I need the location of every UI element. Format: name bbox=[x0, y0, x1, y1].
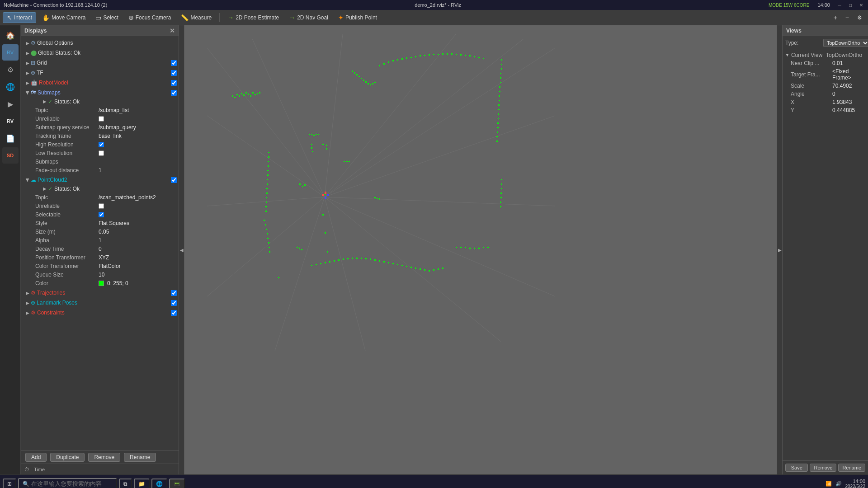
tree-row-global-options[interactable]: ▶ ⚙ Global Options bbox=[21, 38, 179, 47]
views-angle-val[interactable]: 0 bbox=[832, 91, 835, 97]
views-nearclip-val[interactable]: 0.01 bbox=[832, 60, 843, 66]
tree-row-grid[interactable]: ▶ ⊞ Grid bbox=[21, 58, 179, 67]
views-remove-button[interactable]: Remove bbox=[810, 464, 836, 472]
maximize-button[interactable]: □ bbox=[847, 2, 854, 8]
views-save-button[interactable]: Save bbox=[785, 464, 808, 472]
right-collapse-button[interactable]: ▶ bbox=[777, 25, 782, 474]
pc2-unreliable-checkbox[interactable] bbox=[99, 203, 104, 209]
views-scale-val[interactable]: 70.4902 bbox=[832, 83, 852, 89]
map-canvas[interactable] bbox=[184, 25, 777, 474]
start-button[interactable]: ⊞ bbox=[3, 479, 16, 488]
app-icon-rviz2[interactable]: RV bbox=[2, 113, 19, 129]
pc2-queuesize-val[interactable]: 10 bbox=[99, 272, 177, 278]
rename-button[interactable]: Rename bbox=[124, 453, 156, 462]
tree-row-submaps[interactable]: ▶ 🗺 Submaps bbox=[21, 88, 179, 97]
close-button[interactable]: ✕ bbox=[858, 2, 864, 8]
pc2-size-val[interactable]: 0.05 bbox=[99, 229, 177, 235]
views-rename-button[interactable]: Rename bbox=[838, 464, 865, 472]
displays-panel: Displays ✕ ▶ ⚙ Global Options ▶ ⬤ Glob bbox=[21, 25, 179, 474]
tf-arrow[interactable]: ▶ bbox=[24, 70, 31, 75]
constraints-arrow[interactable]: ▶ bbox=[24, 310, 31, 315]
tree-row-pointcloud2[interactable]: ▶ ☁ PointCloud2 bbox=[21, 175, 179, 184]
app-icon-home[interactable]: 🏠 bbox=[2, 27, 19, 43]
duplicate-button[interactable]: Duplicate bbox=[50, 453, 85, 462]
landmark-poses-arrow[interactable]: ▶ bbox=[24, 300, 31, 305]
app-icon-rviz[interactable]: RV bbox=[2, 44, 19, 61]
landmark-poses-checkbox[interactable] bbox=[171, 300, 177, 306]
terminal-button[interactable]: 📟 bbox=[169, 479, 185, 488]
grid-arrow[interactable]: ▶ bbox=[24, 61, 31, 66]
submaps-query-val[interactable]: /submap_query bbox=[99, 124, 177, 131]
grid-checkbox[interactable] bbox=[171, 60, 177, 66]
pc2-status-arrow[interactable]: ▶ bbox=[42, 186, 48, 191]
views-y-val[interactable]: 0.444885 bbox=[832, 107, 855, 113]
submaps-status-arrow[interactable]: ▶ bbox=[42, 99, 48, 104]
pc2-topic-val[interactable]: /scan_matched_points2 bbox=[99, 194, 177, 201]
pc2-status-icon: ✓ bbox=[48, 186, 52, 192]
app-icon-sd[interactable]: SD bbox=[2, 147, 19, 164]
pc2-color-val[interactable]: 0; 255; 0 bbox=[99, 280, 177, 286]
tree-row-trajectories[interactable]: ▶ ⚙ Trajectories bbox=[21, 288, 179, 297]
tree-row-landmark-poses[interactable]: ▶ ⊕ Landmark Poses bbox=[21, 298, 179, 307]
trajectories-arrow[interactable]: ▶ bbox=[24, 291, 31, 296]
pc2-colortrans-val[interactable]: FlatColor bbox=[99, 263, 177, 269]
global-status-arrow[interactable]: ▶ bbox=[24, 51, 31, 56]
interact-button[interactable]: ↖ Interact bbox=[3, 12, 36, 23]
search-button[interactable]: 🔍 bbox=[18, 478, 117, 488]
tree-row-tf[interactable]: ▶ ⊕ TF bbox=[21, 68, 179, 77]
submaps-topic-val[interactable]: /submap_list bbox=[99, 107, 177, 113]
submaps-checkbox[interactable] bbox=[171, 90, 177, 96]
settings-button[interactable]: ⚙ bbox=[854, 13, 865, 23]
app-icon-terminal[interactable]: ▶ bbox=[2, 96, 19, 112]
zoom-in-button[interactable]: + bbox=[830, 12, 840, 23]
select-button[interactable]: ▭ Select bbox=[91, 12, 122, 23]
app-icon-doc[interactable]: 📄 bbox=[2, 130, 19, 146]
submaps-fadeout-val[interactable]: 1 bbox=[99, 167, 177, 174]
tree-row-robotmodel[interactable]: ▶ 🤖 RobotModel bbox=[21, 78, 179, 87]
file-manager-button[interactable]: 📁 bbox=[134, 479, 150, 488]
add-button[interactable]: Add bbox=[25, 453, 47, 462]
submaps-lowres-checkbox[interactable] bbox=[99, 150, 104, 156]
tree-row-constraints[interactable]: ▶ ⚙ Constraints bbox=[21, 308, 179, 317]
pointcloud2-checkbox[interactable] bbox=[171, 177, 177, 183]
time-label: ⏱ bbox=[24, 467, 29, 472]
views-targetframe-val[interactable]: <Fixed Frame> bbox=[832, 68, 865, 81]
submaps-arrow[interactable]: ▶ bbox=[25, 89, 30, 96]
global-options-arrow[interactable]: ▶ bbox=[24, 41, 31, 46]
taskbar-search[interactable] bbox=[31, 480, 113, 487]
measure-button[interactable]: 📏 Measure bbox=[177, 12, 216, 23]
pose-estimate-button[interactable]: → 2D Pose Estimate bbox=[223, 12, 283, 23]
pc2-alpha-val[interactable]: 1 bbox=[99, 237, 177, 244]
robotmodel-checkbox[interactable] bbox=[171, 80, 177, 86]
submaps-tracking-val[interactable]: base_link bbox=[99, 133, 177, 139]
publish-point-button[interactable]: ✦ Publish Point bbox=[334, 12, 381, 23]
browser-button[interactable]: 🌐 bbox=[151, 479, 167, 488]
displays-close-button[interactable]: ✕ bbox=[170, 27, 175, 34]
pc2-alpha-key: Alpha bbox=[35, 237, 99, 244]
minimize-button[interactable]: ─ bbox=[836, 2, 843, 8]
pc2-decaytime-val[interactable]: 0 bbox=[99, 246, 177, 252]
app-icon-network[interactable]: 🌐 bbox=[2, 79, 19, 95]
left-collapse-button[interactable]: ◀ bbox=[179, 25, 184, 474]
submaps-unreliable-checkbox[interactable] bbox=[99, 116, 104, 122]
app-icon-settings[interactable]: ⚙ bbox=[2, 61, 19, 78]
constraints-checkbox[interactable] bbox=[171, 310, 177, 316]
pc2-selectable-checkbox[interactable] bbox=[99, 212, 104, 217]
submaps-highres-checkbox[interactable] bbox=[99, 142, 104, 147]
pc2-postrans-val[interactable]: XYZ bbox=[99, 254, 177, 261]
move-camera-button[interactable]: ✋ Move Camera bbox=[38, 12, 90, 23]
remove-button[interactable]: Remove bbox=[88, 453, 120, 462]
task-view-button[interactable]: ⧉ bbox=[119, 479, 132, 488]
robotmodel-arrow[interactable]: ▶ bbox=[24, 80, 31, 85]
views-x-val[interactable]: 1.93843 bbox=[832, 99, 852, 105]
nav-goal-button[interactable]: → 2D Nav Goal bbox=[285, 12, 332, 23]
views-type-select[interactable]: TopDownOrtho bbox=[823, 39, 868, 47]
tree-row-global-status[interactable]: ▶ ⬤ Global Status: Ok bbox=[21, 48, 179, 57]
tf-checkbox[interactable] bbox=[171, 70, 177, 76]
pc2-style-val[interactable]: Flat Squares bbox=[99, 220, 177, 226]
pointcloud2-arrow[interactable]: ▶ bbox=[25, 177, 30, 183]
focus-camera-button[interactable]: ⊕ Focus Camera bbox=[124, 12, 175, 23]
zoom-out-button[interactable]: − bbox=[842, 12, 852, 23]
trajectories-checkbox[interactable] bbox=[171, 290, 177, 296]
rviz-viewport[interactable] bbox=[184, 25, 777, 474]
